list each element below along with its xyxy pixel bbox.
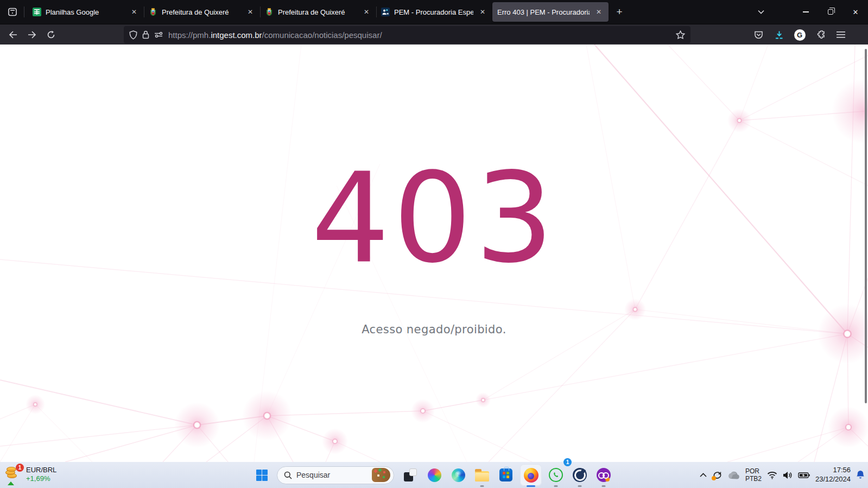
whatsapp-button[interactable]: 1: [544, 462, 568, 488]
error-message: Acesso negado/proibido.: [0, 323, 868, 336]
copilot-button[interactable]: [422, 462, 446, 488]
url-domain: intgest.com.br: [211, 30, 262, 40]
pem-icon: [381, 8, 390, 16]
bookmark-star-icon[interactable]: [676, 30, 685, 39]
widget-notification-badge: 1: [16, 464, 24, 472]
sync-status-button[interactable]: [712, 470, 723, 480]
windows-taskbar: 1 EUR/BRL +1,69%: [0, 462, 868, 488]
close-tab-icon[interactable]: ✕: [129, 7, 139, 17]
whatsapp-icon: [549, 468, 563, 482]
url-bar[interactable]: https://pmh.intgest.com.br/comunicacao/n…: [124, 26, 690, 43]
extensions-button[interactable]: [813, 27, 828, 42]
firefox-view-button[interactable]: [4, 4, 21, 20]
firefox-tab-bar: Planilhas Google ✕ Prefeitura de Quixeré…: [0, 0, 868, 24]
close-tab-icon[interactable]: ✕: [594, 7, 604, 17]
edge-icon: [452, 468, 465, 482]
url-text: https://pmh.intgest.com.br/comunicacao/n…: [168, 30, 671, 40]
search-icon: [284, 471, 292, 479]
reload-button[interactable]: [42, 26, 60, 43]
reload-icon: [47, 30, 55, 39]
firefox-nav-toolbar: https://pmh.intgest.com.br/comunicacao/n…: [0, 24, 868, 45]
hamburger-icon: [837, 31, 845, 38]
firefox-active-tile: [520, 464, 542, 486]
tab-title: Prefeitura de Quixeré: [278, 8, 357, 16]
time: 17:56: [815, 466, 851, 475]
firefox-view-icon: [8, 7, 17, 17]
firefox-button[interactable]: [518, 462, 544, 488]
cloud-icon: [728, 471, 740, 479]
sync-alert-dot: [712, 476, 716, 480]
start-button[interactable]: [251, 462, 273, 488]
screen: Planilhas Google ✕ Prefeitura de Quixeré…: [0, 0, 868, 488]
close-window-button[interactable]: ✕: [843, 0, 868, 24]
notifications-button[interactable]: [856, 470, 865, 480]
windows-logo-icon: [256, 470, 268, 481]
downloads-button[interactable]: [771, 27, 787, 42]
chevron-up-icon: [700, 473, 707, 477]
purple-app-icon: [597, 468, 611, 482]
restore-button[interactable]: [818, 0, 843, 24]
search-highlight-image[interactable]: [372, 468, 390, 482]
language-indicator[interactable]: POR PTB2: [745, 467, 762, 483]
running-indicator: [554, 485, 558, 487]
divider: [24, 7, 24, 17]
back-arrow-icon: [9, 31, 17, 39]
grammarly-icon: G: [794, 29, 806, 41]
permissions-icon[interactable]: [154, 31, 163, 39]
url-path: /comunicacao/noticias/pesquisar/: [262, 30, 382, 40]
forward-button[interactable]: [23, 26, 41, 43]
minimize-icon: [803, 11, 809, 12]
prefeitura-crest-icon: [149, 8, 157, 16]
task-view-button[interactable]: [398, 462, 422, 488]
lock-icon[interactable]: [142, 30, 149, 39]
tab-planilhas-google[interactable]: Planilhas Google ✕: [28, 2, 144, 22]
battery-button[interactable]: [798, 472, 810, 479]
puzzle-icon: [816, 30, 825, 40]
currency-change: +1,69%: [26, 474, 56, 483]
file-explorer-button[interactable]: [470, 462, 494, 488]
pocket-button[interactable]: [751, 27, 766, 42]
taskbar-search[interactable]: [277, 466, 394, 484]
prefeitura-crest-icon: [265, 8, 274, 16]
running-indicator-active: [527, 485, 535, 487]
tab-title: Prefeitura de Quixeré: [162, 8, 241, 16]
close-tab-icon[interactable]: ✕: [478, 7, 487, 17]
currency-pair: EUR/BRL: [26, 466, 56, 474]
tab-prefeitura-1[interactable]: Prefeitura de Quixeré ✕: [144, 2, 260, 22]
page-scrollbar[interactable]: [865, 49, 867, 403]
microsoft-store-button[interactable]: [494, 462, 518, 488]
language-line1: POR: [745, 467, 762, 475]
edge-button[interactable]: [446, 462, 470, 488]
close-tab-icon[interactable]: ✕: [245, 7, 255, 17]
tracking-shield-icon[interactable]: [129, 30, 137, 40]
wifi-button[interactable]: [767, 471, 777, 479]
tab-pem[interactable]: PEM - Procuradoria Especial da ✕: [376, 2, 492, 22]
mattermost-icon: [573, 468, 587, 482]
new-tab-button[interactable]: +: [612, 4, 627, 20]
weather-stocks-widget[interactable]: 1 EUR/BRL +1,69%: [5, 465, 56, 484]
widget-text: EUR/BRL +1,69%: [26, 466, 56, 484]
stock-up-arrow-icon: [8, 481, 14, 485]
bell-icon: [856, 470, 865, 480]
list-all-tabs-button[interactable]: [753, 4, 769, 20]
hidden-icons-button[interactable]: [700, 473, 707, 477]
tab-erro-403-active[interactable]: Erro 403 | PEM - Procuradoria Espec ✕: [492, 2, 609, 22]
minimize-button[interactable]: [793, 0, 818, 24]
mattermost-button[interactable]: [568, 462, 592, 488]
google-sheets-icon: [33, 8, 41, 16]
close-tab-icon[interactable]: ✕: [362, 7, 371, 17]
battery-charging-icon: [798, 472, 810, 479]
error-code-403: 403: [0, 156, 868, 280]
running-indicator: [602, 485, 606, 487]
menu-button[interactable]: [833, 27, 848, 42]
clock[interactable]: 17:56 23/12/2024: [815, 466, 851, 484]
date: 23/12/2024: [815, 475, 851, 484]
page-content: 403 Acesso negado/proibido.: [0, 45, 868, 462]
search-input[interactable]: [296, 471, 368, 479]
tab-prefeitura-2[interactable]: Prefeitura de Quixeré ✕: [260, 2, 376, 22]
purple-app-button[interactable]: [592, 462, 616, 488]
onedrive-button[interactable]: [728, 471, 740, 479]
volume-button[interactable]: [783, 471, 793, 479]
grammarly-button[interactable]: G: [792, 27, 807, 42]
back-button[interactable]: [4, 26, 22, 43]
